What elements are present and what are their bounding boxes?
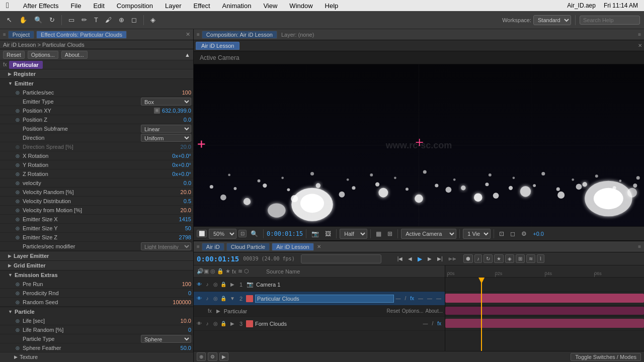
views-select[interactable]: 1 View 2 Views 4 Views xyxy=(463,229,491,239)
reset-exposure-btn[interactable]: ◻ xyxy=(508,229,517,238)
panel-menu-btn[interactable]: ≡ xyxy=(3,32,6,37)
toggle-switches-btn[interactable]: Toggle Switches / Modes xyxy=(571,353,641,361)
layer-3-expand[interactable]: ▶ xyxy=(229,320,236,327)
frame-blending-btn[interactable]: ⊞ xyxy=(516,254,525,263)
timeline-search[interactable] xyxy=(301,254,381,263)
layer-2-solo-btn[interactable]: — xyxy=(394,295,402,302)
layer-3-audio[interactable]: ♪ xyxy=(204,320,211,327)
layer-1-row[interactable]: 👁 ♪ ◎ 🔒 ▶ 1 📷 Camera 1 xyxy=(194,278,445,292)
layer-3-solo-btn[interactable]: — xyxy=(421,320,429,327)
options-btn[interactable]: Options... xyxy=(28,51,58,59)
layer-1-expand[interactable]: ▶ xyxy=(229,281,236,288)
loop-btn[interactable]: ↻ xyxy=(484,254,493,263)
panel-close-btn[interactable]: ✕ xyxy=(186,31,190,38)
layer-3-fx-btn[interactable]: fx xyxy=(436,320,443,327)
zoom-in-btn[interactable]: 🔍 xyxy=(249,229,260,238)
particles-sec-value[interactable]: 100 xyxy=(161,89,191,96)
direction-select[interactable]: Uniform xyxy=(141,134,191,142)
menu-layer[interactable]: Layer xyxy=(163,1,184,11)
next-frame-btn[interactable]: ▶ xyxy=(426,254,434,263)
position-xy-value[interactable]: 632.0,399.0 xyxy=(161,108,191,114)
air-id-lesson-tab[interactable]: Air iD Lesson xyxy=(196,42,239,50)
particle-type-select[interactable]: Sphere xyxy=(141,335,191,343)
eraser-tool[interactable]: ◻ xyxy=(129,15,139,25)
puppet-tool[interactable]: ◈ xyxy=(148,15,158,25)
layer-1-audio[interactable]: ♪ xyxy=(204,281,211,288)
menu-window[interactable]: Window xyxy=(287,1,314,11)
register-header[interactable]: ▶ Register xyxy=(0,69,193,78)
effect-about-btn[interactable]: About... xyxy=(426,308,443,314)
render-queue-btn[interactable]: ▶ xyxy=(219,352,228,361)
fit-btn[interactable]: ⊡ xyxy=(238,230,247,237)
hide-shy-btn[interactable]: ★ xyxy=(494,254,504,263)
reset-btn[interactable]: Reset xyxy=(3,51,25,59)
menu-edit[interactable]: Edit xyxy=(91,1,106,11)
emitter-size-z-value[interactable]: 2798 xyxy=(161,234,191,240)
rotate-tool[interactable]: ↻ xyxy=(47,15,57,25)
snapshot-btn[interactable]: 📷 xyxy=(309,229,321,238)
menu-composition[interactable]: Composition xyxy=(115,1,155,11)
layer-3-slash-btn[interactable]: / xyxy=(430,320,435,327)
vc-comp-btn[interactable]: ⬜ xyxy=(197,230,207,237)
emitter-size-y-value[interactable]: 50 xyxy=(161,225,191,231)
texture-header[interactable]: ▶ Texture xyxy=(0,352,193,361)
layer-3-lock[interactable]: 🔒 xyxy=(220,320,227,327)
sphere-feather-value[interactable]: 50.0 xyxy=(161,345,191,351)
grid-emitter-header[interactable]: ▶ Grid Emitter xyxy=(0,261,193,270)
new-comp-btn[interactable]: ⊕ xyxy=(197,352,206,361)
track-3-bar[interactable] xyxy=(445,319,644,328)
zoom-tool[interactable]: 🔍 xyxy=(32,15,45,25)
live-update-btn[interactable]: ⬢ xyxy=(463,254,473,263)
perodicity-value[interactable]: 0 xyxy=(161,290,191,296)
3d-renderer-btn[interactable]: ⚙ xyxy=(519,229,529,238)
toggle-transparency-btn[interactable]: ▦ xyxy=(374,229,383,238)
viewport-timecode[interactable]: 0:00:01:15 xyxy=(267,230,303,237)
layer-emitter-header[interactable]: ▶ Layer Emitter xyxy=(0,251,193,260)
project-tab[interactable]: Project xyxy=(8,31,34,39)
menu-effect[interactable]: Effect xyxy=(192,1,212,11)
menu-view[interactable]: View xyxy=(261,1,279,11)
timeline-menu-btn[interactable]: ≡ xyxy=(197,244,200,249)
layer-2-fx-btn[interactable]: fx xyxy=(409,295,416,302)
effect-options-btn[interactable]: Options... xyxy=(402,308,424,314)
comp-flow-btn[interactable]: ⊡ xyxy=(497,229,506,238)
workspace-select[interactable]: Standard xyxy=(533,15,571,25)
direction-spread-value[interactable]: 20.0 xyxy=(161,144,191,150)
layer-2-row[interactable]: 👁 ♪ ◎ 🔒 ▼ 2 Particular Clouds — / fx xyxy=(194,292,445,306)
timeline-panel-menu[interactable]: ≡ xyxy=(638,244,641,249)
ram-preview-btn[interactable]: ⊳⊳ xyxy=(446,254,458,263)
velocity-dist-value[interactable]: 0.5 xyxy=(161,198,191,204)
menu-after-effects[interactable]: After Effects xyxy=(21,1,61,11)
y-rotation-value[interactable]: 0x+0.0° xyxy=(161,162,191,168)
playhead[interactable] xyxy=(481,278,482,351)
pen-tool[interactable]: ✏ xyxy=(79,15,90,25)
z-rotation-value[interactable]: 0x+0.0° xyxy=(161,171,191,177)
particles-modifier-select[interactable]: Light Intensity xyxy=(141,242,191,250)
exposure-btn[interactable]: +0.0 xyxy=(531,230,546,238)
layer-1-solo[interactable]: ◎ xyxy=(212,281,219,288)
menu-help[interactable]: Help xyxy=(323,1,341,11)
layer-2-solo[interactable]: ◎ xyxy=(212,295,219,302)
velocity-random-value[interactable]: 20.0 xyxy=(161,189,191,195)
camera-select[interactable]: Active Camera xyxy=(401,229,456,239)
layer-2-slash-btn[interactable]: / xyxy=(403,295,408,302)
emitter-header[interactable]: ▼ Emitter xyxy=(0,79,193,88)
brush-tool[interactable]: 🖌 xyxy=(103,15,114,25)
emitter-type-select[interactable]: Box Point Sphere xyxy=(141,98,191,106)
enable-layer-btn[interactable]: ◈ xyxy=(505,254,514,263)
go-start-btn[interactable]: |◀ xyxy=(395,254,405,263)
pre-run-value[interactable]: 100 xyxy=(161,281,191,287)
help-search[interactable] xyxy=(580,16,640,25)
random-seed-value[interactable]: 100000 xyxy=(161,299,191,305)
motion-blur-btn[interactable]: ≋ xyxy=(526,254,535,263)
rect-tool[interactable]: ▭ xyxy=(66,15,77,25)
life-random-value[interactable]: 0 xyxy=(161,327,191,333)
life-sec-value[interactable]: 10.0 xyxy=(161,318,191,324)
timeline-timecode[interactable]: 0:00:01:15 xyxy=(197,255,239,263)
comp-tab-project[interactable]: Composition: Air iD Lesson xyxy=(202,31,277,39)
toggle-guides-btn[interactable]: ⊞ xyxy=(385,229,394,238)
particle-header[interactable]: ▼ Particle xyxy=(0,307,193,316)
velocity-value[interactable]: 0.0 xyxy=(161,180,191,186)
text-tool[interactable]: T xyxy=(92,15,101,25)
timeline-tab-cloudparticle[interactable]: Cloud Particle xyxy=(226,243,270,251)
